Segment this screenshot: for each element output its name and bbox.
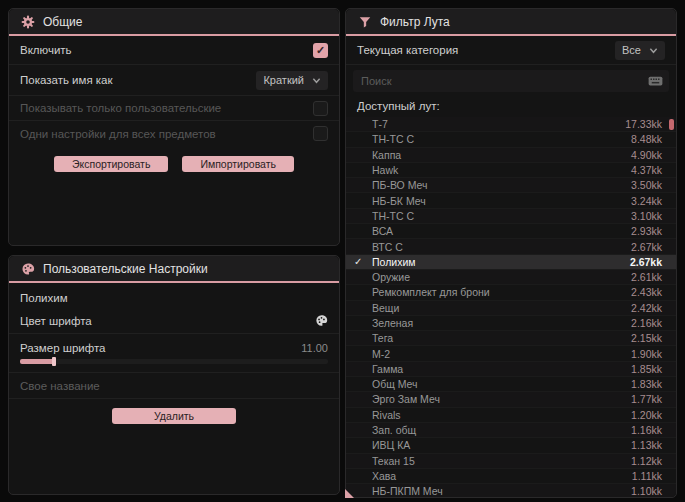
loot-row[interactable]: Rivals 1.20kk [346, 408, 676, 423]
window-filter-title: Фильтр Лута [380, 15, 450, 29]
loot-row-name: ПБ-ВО Меч [372, 179, 631, 191]
loot-row-value: 2.16kk [631, 317, 662, 329]
available-loot-label: Доступный лут: [346, 96, 676, 117]
loot-row-value: 2.61kk [631, 271, 662, 283]
loot-row-value: 3.50kk [631, 179, 662, 191]
palette-icon[interactable] [315, 314, 328, 327]
loot-row-value: 1.77kk [631, 393, 662, 405]
font-size-row: Размер шрифта 11.00 [9, 334, 339, 356]
funnel-icon [358, 15, 372, 29]
loot-row-name: ИВЦ КА [372, 439, 631, 451]
window-custom-settings: Пользовательские Настройки Полихим Цвет … [8, 255, 340, 495]
loot-row[interactable]: Общ Меч 1.83kk [346, 377, 676, 392]
scrollbar-thumb[interactable] [669, 119, 674, 130]
export-button[interactable]: Экспортировать [54, 156, 168, 172]
loot-row[interactable]: Хава 1.11kk [346, 469, 676, 484]
loot-row[interactable]: Эрго Зам Меч 1.77kk [346, 392, 676, 407]
font-color-label: Цвет шрифта [20, 315, 92, 327]
loot-row[interactable]: ПБ-ВО Меч 3.50kk [346, 178, 676, 193]
loot-list: Т-7 17.33kk ТН-ТС С 8.48kk Каппа 4.90kk … [346, 117, 676, 497]
loot-row-value: 3.24kk [631, 195, 662, 207]
same-settings-label: Одни настройки для всех предметов [20, 128, 216, 140]
show-name-dropdown[interactable]: Краткий [256, 71, 328, 90]
loot-row-name: Зеленая [372, 317, 631, 329]
loot-row[interactable]: Зап. общ 1.16kk [346, 423, 676, 438]
loot-row[interactable]: Т-7 17.33kk [346, 117, 676, 132]
loot-row[interactable]: Гамма 1.85kk [346, 362, 676, 377]
loot-row-name: Эрго Зам Меч [372, 393, 631, 405]
window-general: Общие Включить ✓ Показать имя как Кратки… [8, 8, 340, 246]
loot-row-name: Каппа [372, 149, 631, 161]
search-input[interactable] [361, 75, 642, 87]
loot-row-name: ВТС С [372, 241, 631, 253]
font-size-value: 11.00 [301, 342, 328, 354]
custom-name-input[interactable] [20, 380, 328, 392]
loot-row-value: 4.37kk [631, 164, 662, 176]
loot-row[interactable]: ВСА 2.93kk [346, 224, 676, 239]
window-custom-titlebar[interactable]: Пользовательские Настройки [9, 256, 339, 281]
loot-row-value: 1.11kk [632, 470, 662, 482]
selected-item-name: Полихим [9, 283, 339, 308]
window-custom-title: Пользовательские Настройки [43, 262, 208, 276]
only-custom-checkbox[interactable] [313, 101, 328, 116]
loot-row[interactable]: ✓ Полихим 2.67kk [346, 255, 676, 270]
loot-row[interactable]: ВТС С 2.67kk [346, 239, 676, 254]
font-size-slider[interactable] [20, 359, 328, 364]
loot-row-name: Оружие [372, 271, 631, 283]
window-general-title: Общие [43, 15, 82, 29]
slider-handle[interactable] [52, 357, 56, 366]
loot-row[interactable]: НБ-ПКПМ Меч 1.10kk [346, 484, 676, 497]
loot-row[interactable]: Тега 2.15kk [346, 331, 676, 346]
resize-grip[interactable] [345, 489, 354, 498]
loot-row[interactable]: НБ-БК Меч 3.24kk [346, 193, 676, 208]
loot-row-name: Т-7 [372, 118, 625, 130]
loot-row[interactable]: Вещи 2.42kk [346, 301, 676, 316]
loot-row[interactable]: Ремкомплект для брони 2.43kk [346, 285, 676, 300]
only-custom-row: Показывать только пользовательские [9, 96, 339, 121]
window-general-titlebar[interactable]: Общие [9, 9, 339, 34]
loot-row[interactable]: ИВЦ КА 1.13kk [346, 438, 676, 453]
loot-row[interactable]: Текан 15 1.12kk [346, 454, 676, 469]
loot-row-value: 1.13kk [631, 439, 662, 451]
loot-row[interactable]: М-2 1.90kk [346, 346, 676, 361]
loot-row-name: НБ-БК Меч [372, 195, 631, 207]
category-row: Текущая категория Все [346, 36, 676, 65]
category-dropdown[interactable]: Все [615, 41, 665, 60]
loot-row[interactable]: Каппа 4.90kk [346, 148, 676, 163]
export-import-row: Экспортировать Импортировать [9, 156, 339, 172]
chevron-down-icon [649, 46, 658, 55]
loot-row-value: 4.90kk [631, 149, 662, 161]
only-custom-label: Показывать только пользовательские [20, 102, 221, 114]
delete-button[interactable]: Удалить [112, 408, 236, 424]
loot-row[interactable]: ТН-ТС С 3.10kk [346, 209, 676, 224]
loot-row-value: 2.43kk [631, 286, 662, 298]
loot-row-value: 2.15kk [631, 332, 662, 344]
custom-name-row [9, 373, 339, 399]
import-button[interactable]: Импортировать [182, 156, 294, 172]
keyboard-icon[interactable] [648, 75, 663, 87]
loot-row-name: Rivals [372, 409, 631, 421]
show-name-label: Показать имя как [20, 74, 113, 86]
search-box[interactable] [353, 70, 669, 92]
loot-row-value: 1.12kk [631, 455, 662, 467]
loot-row-value: 1.85kk [631, 363, 662, 375]
loot-row-name: Тега [372, 332, 631, 344]
loot-row-name: Общ Меч [372, 378, 631, 390]
loot-row-value: 1.90kk [631, 348, 662, 360]
window-filter-titlebar[interactable]: Фильтр Лута [346, 9, 676, 34]
gear-icon [21, 15, 35, 29]
loot-row-name: Полихим [372, 256, 630, 268]
loot-row[interactable]: Hawk 4.37kk [346, 163, 676, 178]
loot-row[interactable]: Оружие 2.61kk [346, 270, 676, 285]
font-color-row[interactable]: Цвет шрифта [9, 308, 339, 334]
check-icon: ✓ [354, 256, 362, 267]
same-settings-checkbox[interactable] [313, 126, 328, 141]
loot-row[interactable]: ТН-ТС С 8.48kk [346, 132, 676, 147]
loot-row-name: Гамма [372, 363, 631, 375]
font-size-label: Размер шрифта [20, 342, 106, 354]
enable-label: Включить [20, 44, 72, 56]
loot-row-value: 1.10kk [631, 485, 662, 497]
loot-row[interactable]: Зеленая 2.16kk [346, 316, 676, 331]
loot-row-value: 17.33kk [625, 118, 662, 130]
enable-checkbox[interactable]: ✓ [313, 43, 328, 58]
